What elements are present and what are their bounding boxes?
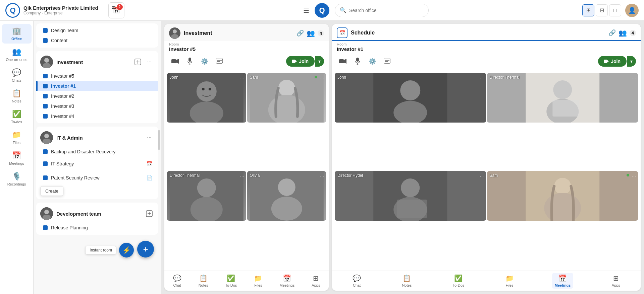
- tab-apps-investment[interactable]: ⊞ Apps: [309, 273, 323, 289]
- room-item-release-planning[interactable]: Release Planning: [36, 223, 158, 233]
- tab-files-schedule[interactable]: 📁 Files: [503, 273, 517, 289]
- tile-menu-sam[interactable]: ···: [320, 75, 324, 80]
- itstrategy-schedule-icon[interactable]: 📅: [145, 159, 154, 168]
- fab-area: Instant room ⚡ +: [36, 238, 158, 260]
- scrollbar[interactable]: [158, 130, 160, 150]
- schedule-join-button[interactable]: Join: [598, 56, 627, 67]
- room-item-design-team[interactable]: Design Team: [36, 25, 158, 35]
- tab-files-investment[interactable]: 📁 Files: [251, 273, 265, 289]
- hamburger-menu[interactable]: ☰: [303, 6, 309, 14]
- apps-tab-icon: ⊞: [313, 274, 319, 282]
- investment-card-title: Investment: [184, 30, 293, 36]
- schedule-mic-button[interactable]: [352, 55, 364, 67]
- instant-room-label: Instant room: [90, 248, 112, 252]
- tab-apps-schedule[interactable]: ⊞ Apps: [609, 273, 623, 289]
- svg-point-55: [553, 80, 572, 99]
- room-item-content[interactable]: Content: [36, 35, 158, 46]
- room-item-investor1[interactable]: Investor #1: [36, 81, 158, 91]
- join-dropdown-button[interactable]: ▾: [315, 56, 324, 67]
- schedule-room-name: Investor #1: [337, 46, 636, 52]
- tab-chat-investment[interactable]: 💬 Chat: [170, 273, 184, 289]
- search-icon: 🔍: [340, 7, 346, 13]
- sidebar-item-todos[interactable]: ✅ To-dos: [2, 107, 32, 127]
- room-item-investor5[interactable]: Investor #5: [36, 71, 158, 81]
- create-room-button[interactable]: +: [137, 241, 154, 258]
- room-item-itstrategy[interactable]: IT Strategy 📅: [36, 157, 158, 171]
- sidebar-item-meetings[interactable]: 📅 Meetings: [2, 149, 32, 168]
- join-button[interactable]: Join: [286, 56, 315, 67]
- schedule-tile-menu-hydel[interactable]: ···: [480, 173, 484, 178]
- itadmin-more-button[interactable]: ···: [145, 133, 154, 142]
- investment-card-actions: 🔗 👥 4: [297, 29, 324, 37]
- notes-icon: 📋: [12, 89, 21, 98]
- sidebar-item-one-on-ones[interactable]: 👥 One-on-ones: [2, 45, 32, 64]
- tab-notes-schedule[interactable]: 📋 Notes: [399, 273, 414, 289]
- tab-notes-investment[interactable]: 📋 Notes: [196, 273, 211, 289]
- sidebar-item-recordings[interactable]: 🎙️ Recordings: [2, 169, 32, 189]
- schedule-bottom-tabs: 💬 Chat 📋 Notes ✅ To-Dos 📁 Files 📅: [332, 271, 641, 291]
- schedule-join-dropdown-button[interactable]: ▾: [627, 56, 636, 67]
- video-tile-thermal: Director Thermal ···: [167, 171, 246, 221]
- devteam-group: Development team Release Plannin: [36, 203, 158, 235]
- tab-chat-schedule[interactable]: 💬 Chat: [350, 273, 364, 289]
- search-bar[interactable]: 🔍: [335, 4, 429, 17]
- schedule-tile-menu-john[interactable]: ···: [480, 75, 484, 80]
- investment-more-button[interactable]: ···: [145, 57, 154, 67]
- participants-icon[interactable]: 👥: [307, 29, 315, 37]
- share-icon[interactable]: 🔗: [297, 29, 304, 37]
- chat-tab-icon: 💬: [173, 274, 181, 282]
- room-item-investor4[interactable]: Investor #4: [36, 111, 158, 121]
- schedule-video-button[interactable]: [337, 55, 349, 67]
- search-input[interactable]: [349, 8, 424, 13]
- schedule-chat-quick-button[interactable]: [381, 55, 393, 67]
- schedule-tile-menu-thermal[interactable]: ···: [632, 75, 636, 80]
- single-view-button[interactable]: □: [609, 4, 621, 16]
- schedule-participants-icon[interactable]: 👥: [619, 29, 627, 37]
- tab-meetings-schedule[interactable]: 📅 Meetings: [552, 273, 574, 289]
- settings-button[interactable]: ⚙️: [199, 55, 211, 67]
- schedule-room-card: 📅 Schedule 🔗 👥 4 Room Investor #1: [332, 24, 641, 291]
- svg-rect-49: [604, 60, 607, 63]
- qik-home-button[interactable]: Q: [315, 3, 329, 18]
- files-icon: 📁: [12, 131, 21, 139]
- instant-room-button[interactable]: ⚡: [119, 243, 134, 258]
- room-item-backup[interactable]: Backup and Disaster Recovery: [36, 147, 158, 157]
- sidebar-label-recordings: Recordings: [7, 182, 26, 186]
- split-view-button[interactable]: ⊟: [596, 4, 608, 16]
- tile-name-john: John: [170, 75, 178, 80]
- tile-menu-olivia[interactable]: ···: [320, 173, 324, 178]
- room-item-investor3[interactable]: Investor #3: [36, 101, 158, 111]
- investment-add-button[interactable]: [133, 57, 143, 67]
- tab-meetings-investment[interactable]: 📅 Meetings: [277, 273, 298, 289]
- room-item-patent[interactable]: Patent Security Review 📄: [36, 171, 158, 185]
- schedule-tile-menu-sam[interactable]: ···: [632, 173, 636, 178]
- grid-view-button[interactable]: ⊞: [582, 4, 594, 16]
- tab-todos-schedule[interactable]: ✅ To-Dos: [450, 273, 467, 289]
- room-dot: [43, 175, 48, 180]
- room-item-investor2[interactable]: Investor #2: [36, 91, 158, 101]
- schedule-tile-name-sam: Sam: [490, 173, 498, 178]
- chat-quick-button[interactable]: [213, 55, 225, 67]
- main-layout: 🏢 Office 👥 One-on-ones 💬 Chats 📋 Notes ✅…: [0, 21, 644, 294]
- user-avatar[interactable]: 👤: [625, 4, 639, 17]
- notification-button[interactable]: 📅 2 21: [108, 2, 124, 18]
- sidebar-item-notes[interactable]: 📋 Notes: [2, 86, 32, 106]
- devteam-add-button[interactable]: [145, 209, 154, 218]
- sidebar-item-files[interactable]: 📁 Files: [2, 128, 32, 147]
- mic-toggle-button[interactable]: [184, 55, 196, 67]
- room-dot-active: [43, 84, 48, 88]
- tile-menu-john[interactable]: ···: [240, 75, 244, 80]
- investment-card-avatar: [169, 27, 180, 39]
- sidebar-item-chats[interactable]: 💬 Chats: [2, 66, 32, 85]
- patent-copy-icon[interactable]: 📄: [145, 173, 154, 182]
- video-toggle-button[interactable]: [169, 55, 181, 67]
- tile-menu-thermal[interactable]: ···: [240, 173, 244, 178]
- schedule-settings-button[interactable]: ⚙️: [366, 55, 378, 67]
- schedule-share-icon[interactable]: 🔗: [608, 29, 616, 36]
- sidebar-item-office[interactable]: 🏢 Office: [2, 24, 32, 44]
- room-dot: [43, 94, 48, 98]
- schedule-tile-sam: Sam ···: [487, 171, 638, 221]
- tab-todos-investment[interactable]: ✅ To-Dos: [223, 273, 240, 289]
- room-name-investor4: Investor #4: [51, 114, 154, 119]
- schedule-todos-tab-icon: ✅: [454, 274, 463, 282]
